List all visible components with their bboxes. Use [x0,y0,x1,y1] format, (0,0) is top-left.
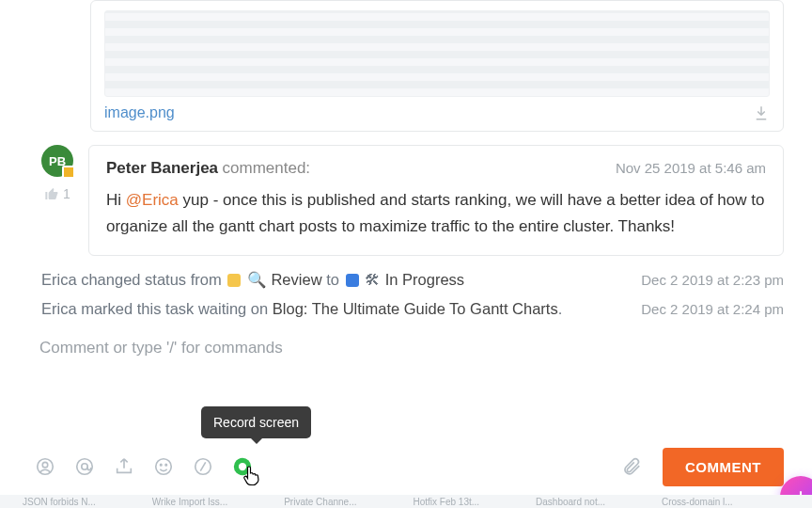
activity-text: . [558,300,563,317]
attachment-card: image.png [90,0,784,132]
footer-bar: JSON forbids N... Wrike Import Iss... Pr… [0,495,812,508]
record-screen-icon[interactable] [231,455,254,478]
comment-timestamp: Nov 25 2019 at 5:46 am [616,160,766,176]
footer-item[interactable]: JSON forbids N... [23,497,96,507]
status-pill-from [227,274,241,287]
like-button[interactable]: 1 [44,186,70,201]
avatar[interactable]: PB [41,145,73,177]
status-to-label: In Progress [385,271,464,288]
like-count: 1 [63,186,70,201]
footer-item[interactable]: Dashboard not... [536,497,605,507]
activity-text: to [322,271,344,288]
mention[interactable]: @Erica [126,191,179,209]
comment-author[interactable]: Peter Banerjea [106,159,218,177]
svg-point-1 [42,462,48,468]
attachment-preview[interactable] [104,10,770,97]
activity-row: Erica changed status from 🔍 Review to 🛠 … [38,271,784,289]
activity-timestamp: Dec 2 2019 at 2:23 pm [641,272,784,288]
download-icon[interactable] [753,104,770,121]
upload-icon[interactable] [113,455,135,478]
attachment-filename[interactable]: image.png [104,104,175,121]
activity-text: changed status from [77,271,226,288]
emoji-icon[interactable] [152,455,175,478]
compose-toolbar: COMMENT [28,444,784,489]
footer-item[interactable]: Hotfix Feb 13t... [413,497,479,507]
comment-text-post: yup - once this is published and starts … [106,191,764,235]
comment-card: Peter Banerjea commented: Nov 25 2019 at… [88,145,784,256]
comment-body: Hi @Erica yup - once this is published a… [106,187,766,240]
footer-item[interactable]: Cross-domain l... [662,497,733,507]
at-mention-icon[interactable] [73,455,96,478]
comment-text-pre: Hi [106,191,126,209]
svg-point-6 [165,464,166,465]
cursor-hand-icon [242,465,259,482]
magnifier-icon: 🔍 [247,271,267,288]
hammer-icon: 🛠 [365,271,381,288]
thumb-up-icon [44,186,59,201]
attachment-icon[interactable] [621,456,642,477]
activity-actor[interactable]: Erica [41,300,77,317]
footer-item[interactable]: Private Channe... [284,497,356,507]
status-from-label: Review [271,271,321,288]
comment-button[interactable]: COMMENT [663,448,784,486]
comment-verb: commented: [223,159,311,177]
svg-point-3 [82,464,87,469]
activity-actor[interactable]: Erica [41,271,77,288]
activity-row: Erica marked this task waiting on Blog: … [38,300,784,318]
compose-area[interactable]: Comment or type '/' for commands [38,339,784,357]
assign-icon[interactable] [34,455,56,478]
svg-point-4 [156,459,172,475]
svg-point-2 [77,459,93,475]
svg-point-5 [161,464,162,465]
activity-text: marked this task waiting on [77,300,273,317]
status-pill-to [346,274,359,287]
task-link[interactable]: Blog: The Ultimate Guide To Gantt Charts [273,300,558,317]
footer-item[interactable]: Wrike Import Iss... [152,497,227,507]
slash-command-icon[interactable] [192,455,214,478]
activity-timestamp: Dec 2 2019 at 2:24 pm [641,301,784,317]
compose-placeholder[interactable]: Comment or type '/' for commands [39,339,784,357]
tooltip: Record screen [201,406,311,438]
